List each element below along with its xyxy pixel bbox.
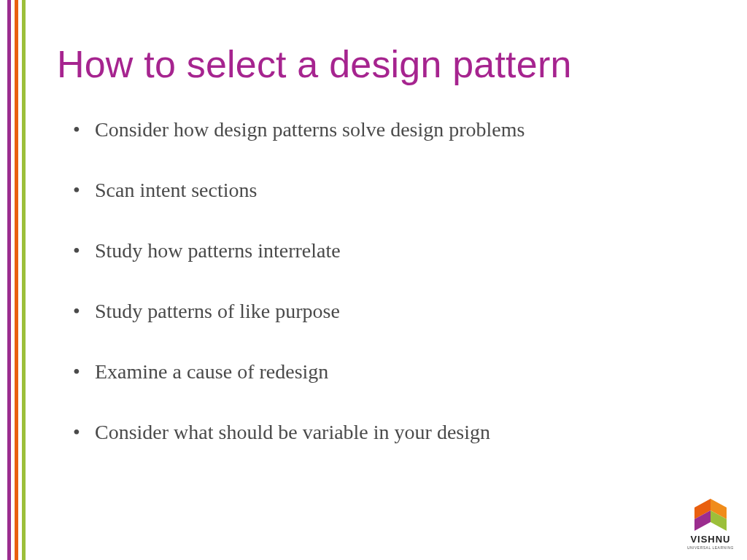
list-item: Consider what should be variable in your… (73, 419, 718, 445)
list-item: Study patterns of like purpose (73, 298, 718, 324)
logo-name: VISHNU (687, 534, 734, 545)
logo: VISHNU UNIVERSAL LEARNING (687, 497, 734, 550)
stripe-orange (15, 0, 18, 560)
list-item: Consider how design patterns solve desig… (73, 117, 718, 142)
slide-title: How to select a design pattern (57, 42, 718, 86)
list-item: Study how patterns interrelate (73, 238, 718, 263)
list-item: Examine a cause of redesign (73, 359, 718, 384)
slide: How to select a design pattern Consider … (0, 0, 747, 560)
stripe-purple (7, 0, 11, 560)
logo-tagline: UNIVERSAL LEARNING (687, 545, 734, 550)
slide-content: How to select a design pattern Consider … (57, 42, 718, 480)
logo-icon (690, 497, 731, 532)
stripe-green (22, 0, 26, 560)
list-item: Scan intent sections (73, 177, 718, 203)
bullet-list: Consider how design patterns solve desig… (57, 117, 718, 445)
left-stripes (7, 0, 26, 560)
